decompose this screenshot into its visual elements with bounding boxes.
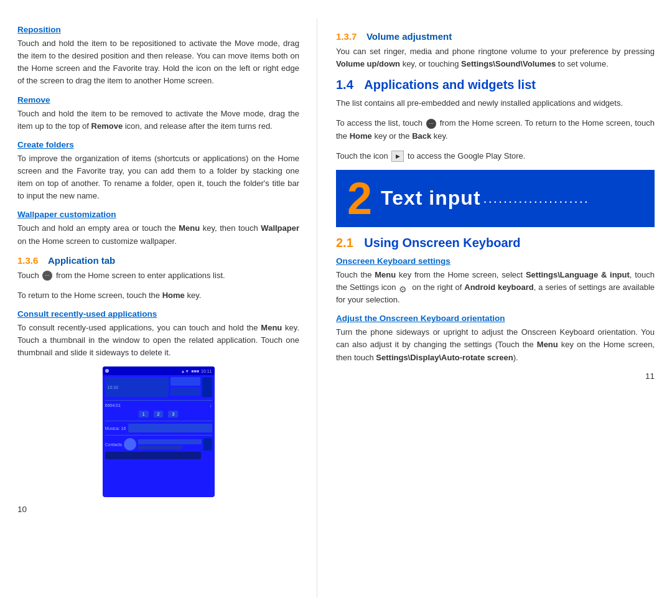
apps-widgets-number: 1.4	[336, 78, 353, 91]
volume-body: You can set ringer, media and phone ring…	[336, 45, 655, 70]
create-folders-body: To improve the organization of items (sh…	[17, 152, 299, 203]
adjust-orientation-heading[interactable]: Adjust the Onscreen Keyboard orientation	[336, 314, 505, 323]
chapter-dots: .....................	[483, 190, 589, 207]
reposition-section: Reposition Touch and hold the item to be…	[17, 25, 299, 88]
wallpaper-heading[interactable]: Wallpaper customization	[17, 210, 116, 219]
consult-section: Consult recently-used applications To co…	[17, 309, 299, 359]
apps-grid-icon-2: ⋯	[426, 119, 436, 129]
create-folders-heading[interactable]: Create folders	[17, 140, 74, 149]
adjust-orientation-section: Adjust the Onscreen Keyboard orientation…	[336, 314, 655, 363]
phone-screenshot: ▲▼ ■■■ 10:11 10:10	[103, 366, 215, 497]
apps-grid-icon: ⋯	[42, 271, 52, 281]
wallpaper-body: Touch and hold an empty area or touch th…	[17, 222, 299, 247]
apps-widgets-header: 1.4 Applications and widgets list	[336, 78, 655, 92]
section-21-header: 2.1 Using Onscreen Keyboard	[336, 236, 655, 250]
wallpaper-section: Wallpaper customization Touch and hold a…	[17, 210, 299, 247]
app-tab-body1: Touch ⋯ from the Home screen to enter ap…	[17, 269, 299, 282]
consult-body: To consult recently-used applications, y…	[17, 322, 299, 359]
app-tab-section: 1.3.6 Application tab	[17, 255, 299, 266]
right-column: 1.3.7 Volume adjustment You can set ring…	[317, 19, 672, 597]
status-dot	[105, 369, 109, 373]
page-number-left: 10	[17, 505, 299, 514]
chapter-title: Text input	[381, 187, 481, 210]
app-tab-body2: To return to the Home screen, touch the …	[17, 289, 299, 302]
apps-widgets-body3: Touch the icon ▶ to access the Google Pl…	[336, 150, 655, 162]
apps-widgets-title: Applications and widgets list	[364, 78, 536, 91]
chapter-2-block: 2 Text input .....................	[336, 170, 655, 227]
remove-heading[interactable]: Remove	[17, 95, 50, 105]
apps-widgets-body1: The list contains all pre-embedded and n…	[336, 97, 655, 110]
adjust-orientation-body: Turn the phone sideways or upright to ad…	[336, 326, 655, 363]
remove-section: Remove Touch and hold the item to be rem…	[17, 95, 299, 133]
keyboard-settings-body: Touch the Menu key from the Home screen,…	[336, 269, 655, 306]
volume-section: 1.3.7 Volume adjustment	[336, 31, 655, 42]
play-store-icon: ▶	[391, 151, 404, 162]
keyboard-settings-heading[interactable]: Onscreen Keyboard settings	[336, 256, 450, 266]
left-column: Reposition Touch and hold the item to be…	[0, 19, 317, 597]
keyboard-settings-section: Onscreen Keyboard settings Touch the Men…	[336, 256, 655, 306]
settings-gear-icon: ⚙	[399, 283, 409, 293]
create-folders-section: Create folders To improve the organizati…	[17, 140, 299, 203]
reposition-body: Touch and hold the item to be reposition…	[17, 37, 299, 88]
reposition-heading[interactable]: Reposition	[17, 25, 61, 34]
apps-widgets-body2: To access the list, touch ⋯ from the Hom…	[336, 117, 655, 142]
chapter-number: 2	[347, 176, 372, 221]
section-21-title: Using Onscreen Keyboard	[364, 236, 520, 250]
remove-body: Touch and hold the item to be removed to…	[17, 108, 299, 133]
page-number-right: 11	[336, 371, 655, 381]
section-21-number: 2.1	[336, 236, 353, 250]
consult-heading[interactable]: Consult recently-used applications	[17, 309, 157, 319]
